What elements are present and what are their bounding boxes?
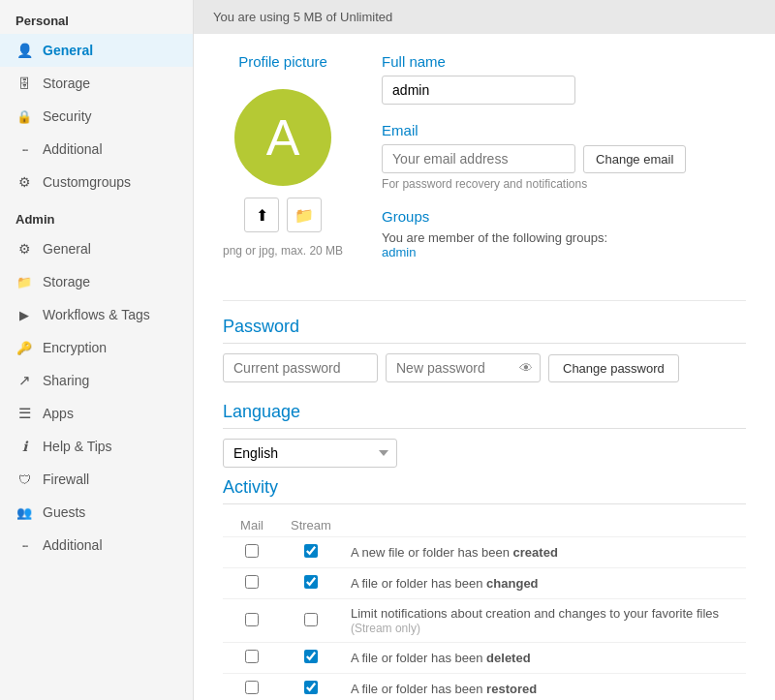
- personal-section-label: Personal: [0, 0, 193, 34]
- sidebar-item-label: Additional: [43, 141, 103, 157]
- sidebar-item-additional2[interactable]: Additional: [0, 529, 193, 562]
- usage-text: You are using 5 MB of Unlimited: [213, 10, 392, 24]
- storage-icon: [16, 75, 33, 92]
- activity-desc: A file or folder has been deleted: [341, 643, 746, 674]
- fullname-section: Full name: [382, 53, 746, 105]
- sidebar-item-workflows[interactable]: Workflows & Tags: [0, 298, 193, 331]
- sidebar-item-label: Encryption: [43, 340, 107, 355]
- folder-icon: [16, 273, 33, 290]
- activity-mail-checkbox[interactable]: [245, 575, 259, 589]
- sidebar-item-admin-general[interactable]: General: [0, 232, 193, 265]
- lock-icon: [16, 107, 33, 125]
- sidebar-item-label: Sharing: [43, 373, 89, 388]
- sidebar-item-label: Apps: [43, 406, 74, 421]
- sidebar-item-label: Storage: [43, 76, 90, 91]
- sidebar-item-admin-storage[interactable]: Storage: [0, 265, 193, 298]
- upload-file-button[interactable]: ⬆: [244, 198, 279, 232]
- avatar-letter: A: [266, 108, 300, 167]
- change-password-button[interactable]: Change password: [548, 354, 679, 382]
- activity-desc: A file or folder has been restored: [341, 674, 746, 701]
- sidebar-item-guests[interactable]: Guests: [0, 496, 193, 529]
- activity-desc: A new file or folder has been created: [341, 537, 746, 568]
- sidebar-item-customgroups[interactable]: Customgroups: [0, 166, 193, 198]
- activity-section: Activity Mail Stream A new file or folde…: [223, 477, 746, 700]
- sidebar-item-storage[interactable]: Storage: [0, 67, 193, 100]
- sidebar-item-label: Help & Tips: [43, 439, 112, 454]
- activity-stream-checkbox[interactable]: [304, 681, 318, 694]
- sidebar-item-additional[interactable]: Additional: [0, 133, 193, 166]
- col-mail: Mail: [223, 514, 281, 537]
- sidebar-item-label: Firewall: [43, 472, 89, 487]
- profile-left: Profile picture A ⬆ 📁 png or jpg, max. 2…: [223, 53, 343, 277]
- sidebar: Personal General Storage Security Additi…: [0, 0, 194, 700]
- activity-desc: Limit notifications about creation and c…: [341, 599, 746, 643]
- pick-folder-button[interactable]: 📁: [287, 198, 322, 232]
- activity-stream-checkbox[interactable]: [304, 575, 318, 589]
- sidebar-item-label: Workflows & Tags: [43, 307, 150, 322]
- change-email-button[interactable]: Change email: [583, 145, 686, 173]
- email-label: Email: [382, 122, 746, 138]
- fullname-label: Full name: [382, 53, 746, 70]
- main-content: You are using 5 MB of Unlimited Profile …: [194, 0, 775, 700]
- activity-mail-checkbox[interactable]: [245, 613, 259, 626]
- activity-stream-cell: [281, 599, 341, 643]
- new-password-wrap: 👁: [386, 353, 541, 382]
- activity-desc: A file or folder has been changed: [341, 568, 746, 599]
- admin-section-label: Admin: [0, 198, 193, 232]
- sidebar-item-apps[interactable]: Apps: [0, 397, 193, 430]
- profile-right: Full name Email Change email For passwor…: [382, 53, 746, 277]
- workflow-icon: [16, 306, 33, 323]
- avatar: A: [234, 89, 331, 186]
- sidebar-item-general[interactable]: General: [0, 34, 193, 67]
- password-title: Password: [223, 317, 746, 344]
- activity-mail-cell: [223, 674, 281, 701]
- share-icon: [16, 372, 33, 389]
- profile-picture-label: Profile picture: [238, 53, 327, 70]
- sidebar-item-sharing[interactable]: Sharing: [0, 364, 193, 397]
- upload-hint: png or jpg, max. 20 MB: [223, 244, 343, 258]
- language-select[interactable]: English Deutsch Français Español: [223, 439, 397, 468]
- email-hint: For password recovery and notifications: [382, 177, 746, 191]
- sidebar-item-label: Customgroups: [43, 174, 131, 190]
- activity-stream-checkbox[interactable]: [304, 544, 318, 558]
- password-row: 👁 Change password: [223, 353, 746, 382]
- language-section: Language English Deutsch Français Españo…: [223, 402, 746, 468]
- activity-mail-checkbox[interactable]: [245, 544, 259, 558]
- gear-icon: [16, 240, 33, 258]
- sidebar-item-label: Security: [43, 108, 92, 124]
- usage-bar: You are using 5 MB of Unlimited: [194, 0, 775, 34]
- activity-stream-cell: [281, 643, 341, 674]
- guests-icon: [16, 503, 33, 521]
- firewall-icon: [16, 471, 33, 488]
- activity-stream-checkbox[interactable]: [304, 650, 318, 663]
- email-section: Email Change email For password recovery…: [382, 122, 746, 191]
- dots-icon: [16, 140, 33, 158]
- content-area: Profile picture A ⬆ 📁 png or jpg, max. 2…: [194, 34, 775, 700]
- sidebar-item-label: Guests: [43, 504, 85, 520]
- upload-buttons: ⬆ 📁: [244, 198, 322, 232]
- activity-row: A file or folder has been changed: [223, 568, 746, 599]
- activity-stream-cell: [281, 537, 341, 568]
- activity-mail-cell: [223, 537, 281, 568]
- sidebar-item-encryption[interactable]: Encryption: [0, 331, 193, 364]
- language-title: Language: [223, 402, 746, 429]
- group-link[interactable]: admin: [382, 245, 416, 259]
- email-input[interactable]: [382, 144, 575, 173]
- fullname-input[interactable]: [382, 76, 575, 105]
- sidebar-item-firewall[interactable]: Firewall: [0, 463, 193, 496]
- activity-stream-checkbox[interactable]: [304, 613, 318, 626]
- activity-table: Mail Stream A new file or folder has bee…: [223, 514, 746, 700]
- email-row: Change email: [382, 144, 746, 173]
- activity-row: A file or folder has been deleted: [223, 643, 746, 674]
- activity-row: Limit notifications about creation and c…: [223, 599, 746, 643]
- activity-mail-checkbox[interactable]: [245, 681, 259, 694]
- help-icon: [16, 438, 33, 455]
- sidebar-item-security[interactable]: Security: [0, 100, 193, 133]
- sidebar-item-help[interactable]: Help & Tips: [0, 430, 193, 463]
- new-password-input[interactable]: [386, 353, 541, 382]
- eye-icon[interactable]: 👁: [519, 360, 533, 376]
- activity-mail-checkbox[interactable]: [245, 650, 259, 663]
- current-password-input[interactable]: [223, 353, 378, 382]
- dots-icon2: [16, 536, 33, 554]
- col-stream: Stream: [281, 514, 341, 537]
